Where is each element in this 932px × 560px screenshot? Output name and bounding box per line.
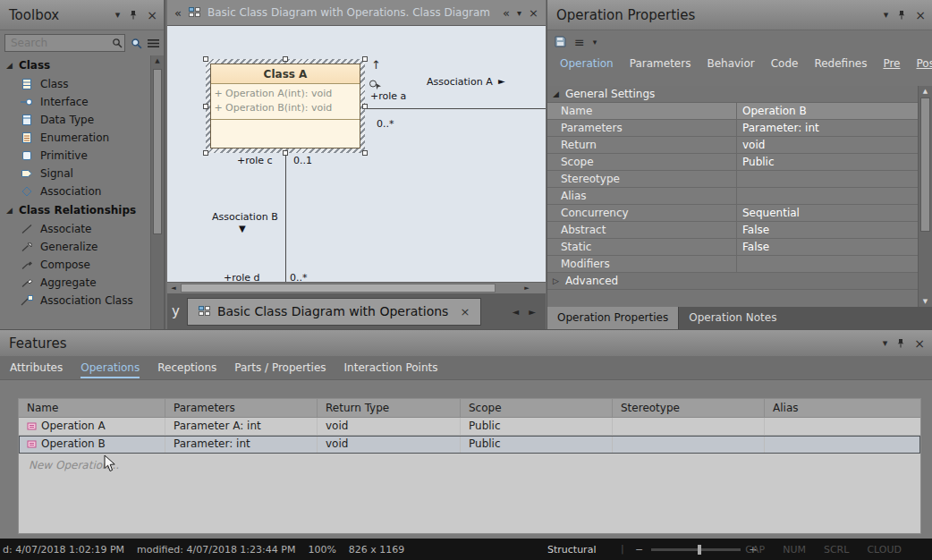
perspective-label[interactable]: Structural [547, 544, 596, 556]
chevron-down-icon[interactable]: ▾ [115, 10, 121, 20]
property-value[interactable] [737, 256, 918, 272]
close-tab-icon[interactable]: × [460, 305, 470, 318]
pin-icon[interactable] [897, 10, 906, 20]
save-icon[interactable] [555, 36, 566, 47]
property-value[interactable]: Public [737, 154, 918, 170]
toolbox-section-class[interactable]: ◢ Class [0, 55, 150, 75]
property-value[interactable]: False [737, 239, 918, 255]
scroll-down-icon[interactable]: ▼ [919, 298, 932, 305]
quicklink-pointer-icon[interactable] [369, 78, 382, 90]
selection-handle[interactable] [362, 150, 368, 156]
property-value[interactable]: Parameter: int [737, 120, 918, 136]
table-row-operation-a[interactable]: Operation A Parameter A: int void Public [19, 418, 920, 436]
tab-attributes[interactable]: Attributes [2, 357, 71, 379]
multiplicity-d-label[interactable]: 0..* [290, 272, 308, 282]
toolbox-item-enumeration[interactable]: Enumeration [0, 129, 150, 147]
scrollbar-thumb[interactable] [181, 284, 496, 293]
column-header-stereotype[interactable]: Stereotype [613, 399, 765, 417]
scroll-right-icon[interactable]: ► [521, 283, 533, 293]
multiplicity-c-label[interactable]: 0..1 [293, 155, 312, 166]
diagram-canvas[interactable]: Association A ► +role a 0..* +role c 0..… [167, 26, 546, 282]
role-a-label[interactable]: +role a [370, 90, 406, 102]
scroll-left-icon[interactable]: ◄ [167, 283, 180, 293]
property-row-scope[interactable]: Scope Public [547, 154, 918, 171]
chevron-down-icon[interactable]: ▾ [884, 10, 889, 20]
close-icon[interactable]: × [529, 6, 538, 20]
role-d-label[interactable]: +role d [224, 272, 260, 282]
column-header-alias[interactable]: Alias [765, 399, 920, 417]
toolbox-item-class[interactable]: Class [0, 75, 150, 93]
tab-post[interactable]: Post [909, 57, 932, 70]
column-header-return-type[interactable]: Return Type [318, 399, 461, 417]
association-b-label[interactable]: Association B [212, 211, 278, 223]
close-icon[interactable]: × [147, 9, 157, 21]
role-c-label[interactable]: +role c [237, 155, 273, 166]
class-a-element[interactable]: Class A + Operation A(int): void + Opera… [206, 59, 365, 153]
tab-scroll-right-icon[interactable]: ► [529, 307, 536, 317]
toolbox-item-association-class[interactable]: Association Class [0, 292, 150, 310]
property-row-name[interactable]: Name Operation B [547, 103, 918, 120]
tab-interaction-points[interactable]: Interaction Points [336, 357, 446, 379]
menu-icon[interactable]: ≡ [574, 35, 585, 49]
selection-handle[interactable] [283, 150, 288, 156]
property-row-return[interactable]: Return void [547, 137, 918, 154]
tab-operation-properties[interactable]: Operation Properties [547, 307, 679, 329]
operation-b-line[interactable]: + Operation B(int): void [211, 101, 360, 115]
scrollbar-thumb[interactable] [920, 98, 930, 232]
toolbox-item-signal[interactable]: Signal [0, 165, 150, 182]
tab-basic-class-diagram[interactable]: Basic Class Diagram with Operations × [187, 298, 481, 326]
column-header-parameters[interactable]: Parameters [165, 399, 318, 417]
property-value[interactable] [737, 171, 918, 187]
tab-scroll-left-icon[interactable]: ◄ [513, 307, 520, 317]
quicklink-up-icon[interactable]: ↑ [371, 58, 381, 72]
pin-icon[interactable] [896, 338, 905, 348]
property-value[interactable]: Sequential [737, 205, 918, 221]
new-operation-row[interactable]: New Operation... [19, 454, 920, 471]
property-row-alias[interactable]: Alias [547, 188, 918, 205]
tab-behavior[interactable]: Behavior [699, 57, 762, 70]
property-value[interactable]: void [737, 137, 918, 153]
toolbox-item-compose[interactable]: Compose [0, 256, 150, 274]
table-row-operation-b[interactable]: Operation B Parameter: int void Public [19, 436, 920, 454]
toolbox-section-class-relationships[interactable]: ◢ Class Relationships [0, 200, 150, 220]
tab-redefines[interactable]: Redefines [806, 57, 875, 70]
selection-handle[interactable] [203, 56, 208, 62]
scroll-up-icon[interactable]: ▲ [151, 55, 164, 67]
chevron-down-icon[interactable]: ▾ [593, 38, 597, 47]
toolbox-item-primitive[interactable]: Primitive [0, 147, 150, 165]
tab-operations[interactable]: Operations [72, 357, 148, 379]
group-advanced[interactable]: ▷ Advanced [547, 273, 918, 290]
toolbox-item-interface[interactable]: Interface [0, 93, 150, 111]
collapse-left-icon[interactable]: « [174, 6, 182, 20]
property-row-stereotype[interactable]: Stereotype [547, 171, 918, 188]
partial-tab[interactable]: y [169, 303, 182, 319]
zoom-out-icon[interactable]: − [635, 544, 643, 556]
tab-operation-notes[interactable]: Operation Notes [679, 307, 786, 329]
scroll-up-icon[interactable]: ▲ [919, 88, 932, 95]
property-row-abstract[interactable]: Abstract False [547, 222, 918, 239]
column-header-name[interactable]: Name [19, 399, 165, 417]
horizontal-scrollbar[interactable]: ◄ ► [167, 282, 546, 293]
zoom-slider-track[interactable] [651, 548, 741, 551]
toolbox-item-association[interactable]: Association [0, 182, 150, 200]
property-value[interactable]: Operation B [737, 103, 918, 119]
zoom-slider-thumb[interactable] [698, 545, 701, 555]
hamburger-menu-icon[interactable] [148, 38, 159, 48]
selection-handle[interactable] [362, 56, 368, 62]
toolbox-item-data-type[interactable]: Data Type [0, 111, 150, 129]
tab-code[interactable]: Code [763, 57, 807, 70]
association-b-line[interactable] [285, 153, 286, 282]
toolbox-item-associate[interactable]: Associate [0, 220, 150, 238]
selection-handle[interactable] [203, 104, 208, 109]
chevron-down-icon[interactable]: ▾ [517, 8, 521, 18]
association-a-label[interactable]: Association A [427, 76, 493, 88]
property-row-static[interactable]: Static False [547, 239, 918, 256]
scrollbar-track[interactable] [180, 283, 521, 293]
tab-receptions[interactable]: Receptions [149, 357, 225, 379]
group-general-settings[interactable]: ◢ General Settings [547, 86, 918, 103]
search-filter-icon[interactable] [131, 38, 142, 49]
property-row-concurrency[interactable]: Concurrency Sequential [547, 205, 918, 222]
selection-handle[interactable] [203, 150, 208, 156]
toolbox-item-aggregate[interactable]: Aggregate [0, 274, 150, 292]
close-icon[interactable]: × [915, 9, 926, 21]
